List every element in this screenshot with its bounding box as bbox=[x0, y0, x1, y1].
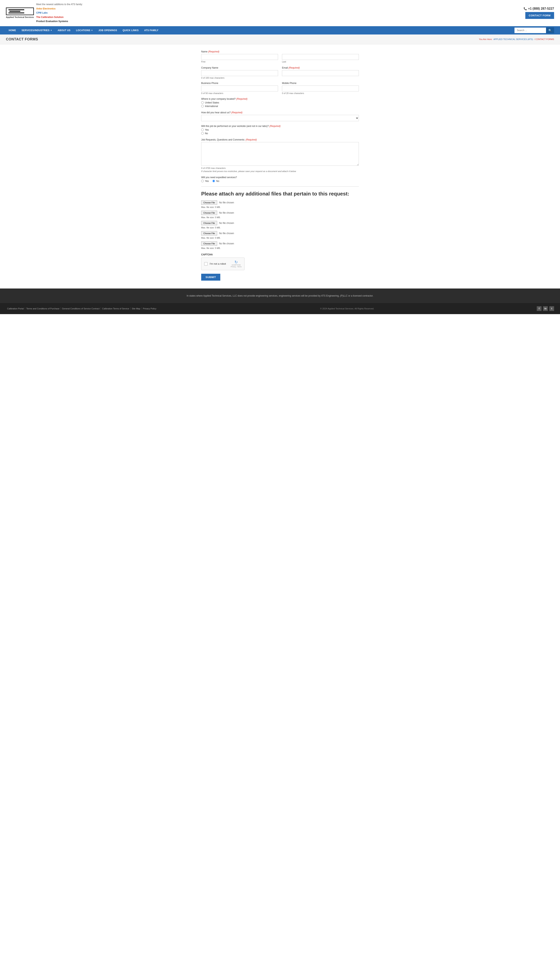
logo-image bbox=[6, 8, 34, 15]
phone-icon: 📞 bbox=[524, 7, 527, 10]
phone-number: 📞 +1 (888) 287-5227 bbox=[524, 7, 554, 10]
comments-label: Job Requests, Questions and Comments: (R… bbox=[201, 138, 359, 141]
choose-file-btn-2[interactable]: Choose File bbox=[201, 211, 217, 215]
submit-button[interactable]: SUBMIT bbox=[201, 274, 220, 281]
expedited-section: Will you need expedited services? Yes No bbox=[201, 176, 359, 182]
email-required: (Required) bbox=[289, 66, 300, 69]
name-row: First Last bbox=[201, 54, 359, 63]
location-intl-radio[interactable] bbox=[201, 105, 204, 107]
cal-link[interactable]: The Calibration Solution bbox=[36, 16, 64, 18]
expedited-radio-group: Yes No bbox=[201, 180, 359, 182]
anko-link[interactable]: Anko Electronics bbox=[36, 7, 56, 10]
file-upload-2: Choose File No file chosen Max. file siz… bbox=[201, 211, 359, 219]
mobile-phone-col: Mobile Phone 0 of 20 max characters bbox=[282, 82, 359, 94]
location-intl: International bbox=[201, 105, 359, 108]
file-size-1: Max. file size: 5 MB. bbox=[201, 206, 359, 208]
footer-link-cal-terms[interactable]: Calibration Terms of Service bbox=[101, 307, 130, 310]
captcha-section: CAPTCHA I'm not a robot ↻ reCAPTCHA Priv… bbox=[201, 253, 359, 270]
file-chosen-2: No file chosen bbox=[219, 212, 234, 214]
recaptcha-terms: Privacy - Terms bbox=[231, 266, 241, 268]
location-us: United States bbox=[201, 101, 359, 104]
footer-link-general-conditions[interactable]: General Conditions of Service Contract bbox=[61, 307, 101, 310]
footer-link-terms-purchase[interactable]: Terms and Conditions of Purchase bbox=[25, 307, 61, 310]
last-name-field: Last bbox=[282, 54, 359, 63]
nav-quicklinks[interactable]: QUICK LINKS bbox=[120, 26, 141, 34]
hear-select[interactable]: Google / Search Engine Referral Social M… bbox=[201, 115, 359, 121]
worksite-radio-group: Yes No bbox=[201, 128, 359, 135]
choose-file-btn-1[interactable]: Choose File bbox=[201, 200, 217, 205]
email-label: Email (Required) bbox=[282, 66, 359, 69]
captcha-text: I'm not a robot bbox=[210, 262, 226, 265]
comments-textarea[interactable] bbox=[201, 142, 359, 166]
file-chosen-3: No file chosen bbox=[219, 222, 234, 225]
phone-row: Business Phone 0 of 50 max characters Mo… bbox=[201, 82, 359, 94]
choose-file-btn-5[interactable]: Choose File bbox=[201, 242, 217, 246]
mobile-phone-label: Mobile Phone bbox=[282, 82, 359, 85]
company-email-row: Company Name 0 of 100 max characters Ema… bbox=[201, 66, 359, 79]
nav-locations[interactable]: LOCATIONS ▼ bbox=[73, 26, 96, 34]
worksite-label: Will this job be performed on your works… bbox=[201, 125, 359, 128]
dark-footer: In states where Applied Technical Servic… bbox=[0, 289, 560, 303]
location-us-radio[interactable] bbox=[201, 101, 204, 104]
twitter-icon[interactable]: t bbox=[549, 306, 554, 311]
worksite-yes: Yes bbox=[201, 128, 359, 131]
file-row-5: Choose File No file chosen bbox=[201, 242, 359, 246]
company-input[interactable] bbox=[201, 70, 278, 76]
bottom-footer: Calibration Portal Terms and Conditions … bbox=[0, 303, 560, 314]
hear-section: How did you hear about us? (Required) Go… bbox=[201, 111, 359, 121]
captcha-label: CAPTCHA bbox=[201, 253, 359, 256]
expedited-label: Will you need expedited services? bbox=[201, 176, 359, 179]
worksite-no-radio[interactable] bbox=[201, 132, 204, 135]
nav-items: HOME SERVICES/INDUSTRIES ▼ ABOUT US LOCA… bbox=[6, 26, 514, 34]
family-intro: Meet the newest additions to the ATS fam… bbox=[36, 2, 83, 7]
email-input[interactable] bbox=[282, 70, 359, 76]
nav-about[interactable]: ABOUT US bbox=[55, 26, 73, 34]
facebook-icon[interactable]: f bbox=[537, 306, 542, 311]
breadcrumb-home[interactable]: APPLIED TECHNICAL SERVICES (ATS) bbox=[493, 38, 533, 40]
nav-home[interactable]: HOME bbox=[6, 26, 19, 34]
name-label: Name (Required) bbox=[201, 50, 359, 53]
captcha-checkbox[interactable] bbox=[204, 262, 208, 266]
hear-label: How did you hear about us? (Required) bbox=[201, 111, 359, 114]
file-chosen-1: No file chosen bbox=[219, 201, 234, 204]
recaptcha-icon: ↻ bbox=[235, 260, 238, 264]
nav-atsfamily[interactable]: ATS FAMILY bbox=[141, 26, 161, 34]
captcha-check-area: I'm not a robot bbox=[204, 262, 226, 266]
choose-file-btn-3[interactable]: Choose File bbox=[201, 221, 217, 225]
business-phone-input[interactable] bbox=[201, 85, 278, 92]
choose-file-btn-4[interactable]: Choose File bbox=[201, 231, 217, 235]
linkedin-icon[interactable]: in bbox=[543, 306, 548, 311]
expedited-yes-radio[interactable] bbox=[201, 180, 204, 182]
worksite-yes-radio[interactable] bbox=[201, 128, 204, 131]
nav-jobs[interactable]: JOB OPENINGS bbox=[95, 26, 120, 34]
file-row-4: Choose File No file chosen bbox=[201, 231, 359, 235]
disclaimer-text: In states where Applied Technical Servic… bbox=[6, 294, 554, 297]
business-phone-label: Business Phone bbox=[201, 82, 278, 85]
mobile-phone-input[interactable] bbox=[282, 85, 359, 92]
file-size-5: Max. file size: 5 MB. bbox=[201, 247, 359, 249]
first-name-input[interactable] bbox=[201, 54, 278, 60]
expedited-no-radio[interactable] bbox=[212, 180, 215, 182]
last-name-input[interactable] bbox=[282, 54, 359, 60]
footer-link-calibration[interactable]: Calibration Portal bbox=[6, 307, 25, 310]
file-upload-3: Choose File No file chosen Max. file siz… bbox=[201, 221, 359, 229]
you-are-here: You Are Here: bbox=[479, 38, 493, 40]
comments-note: If character limit proves too restrictiv… bbox=[201, 170, 359, 172]
worksite-no: No bbox=[201, 132, 359, 135]
captcha-box: I'm not a robot ↻ reCAPTCHA Privacy - Te… bbox=[201, 258, 245, 270]
social-icons: f in t bbox=[537, 306, 554, 311]
pev-link[interactable]: Product Evaluation Systems bbox=[36, 20, 68, 23]
search-button[interactable]: 🔍 bbox=[546, 27, 554, 33]
nav-services[interactable]: SERVICES/INDUSTRIES ▼ bbox=[19, 26, 55, 34]
cpm-link[interactable]: CPM Labs bbox=[36, 12, 48, 14]
breadcrumb: You Are Here: APPLIED TECHNICAL SERVICES… bbox=[479, 38, 554, 40]
footer-link-sitemap[interactable]: Site Map bbox=[131, 307, 142, 310]
footer-link-privacy[interactable]: Privacy Policy bbox=[142, 307, 158, 310]
company-label: Company Name bbox=[201, 66, 278, 69]
contact-form: Name (Required) First Last Company Name … bbox=[201, 50, 359, 281]
search-input[interactable] bbox=[514, 28, 546, 33]
contact-form-button[interactable]: CONTACT FORM bbox=[526, 12, 554, 19]
file-size-2: Max. file size: 5 MB. bbox=[201, 216, 359, 219]
email-col: Email (Required) bbox=[282, 66, 359, 79]
header: Applied Technical Services Meet the newe… bbox=[0, 0, 560, 26]
